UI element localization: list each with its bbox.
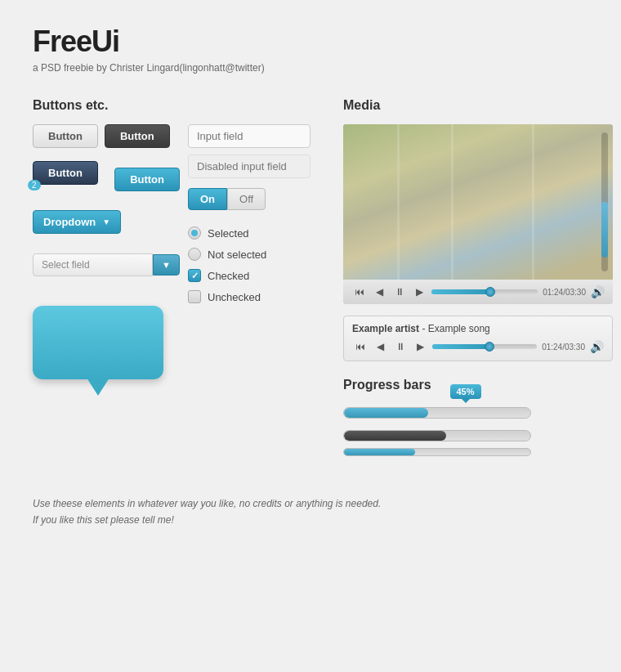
audio-volume-icon[interactable]: 🔊 — [590, 340, 604, 353]
btn-row-1: Button Button — [33, 124, 180, 148]
checkbox-checked-item[interactable]: ✓ Checked — [188, 269, 310, 282]
select-input-text[interactable]: Select field — [33, 253, 153, 276]
progress-bar-2-fill — [344, 431, 446, 441]
audio-progress-thumb — [485, 342, 494, 352]
right-column: Media ⏮ ◀ ⏸ ▶ — [343, 98, 613, 463]
audio-controls: ⏮ ◀ ⏸ ▶ 01:24/03:30 🔊 — [352, 339, 604, 354]
radio-selected-outer — [188, 226, 201, 240]
video-thumbnail — [343, 124, 613, 280]
radio-selected-label: Selected — [208, 227, 249, 240]
video-progress-track[interactable] — [431, 289, 538, 294]
audio-player: Example artist - Example song ⏮ ◀ ⏸ ▶ 01… — [343, 316, 613, 361]
page-subtitle: a PSD freebie by Christer Lingard(lingon… — [33, 62, 588, 74]
audio-progress-fill — [432, 344, 489, 349]
page-header: FreeUi a PSD freebie by Christer Lingard… — [33, 25, 588, 74]
progress-bar-2-container — [343, 430, 613, 441]
audio-time-display: 01:24/03:30 — [542, 343, 585, 352]
select-arrow-button[interactable]: ▼ — [153, 254, 180, 276]
audio-next-button[interactable]: ▶ — [413, 339, 427, 354]
audio-artist: Example artist — [352, 323, 419, 334]
button-dark-blue[interactable]: Button — [33, 161, 98, 185]
dropdown-label: Dropdown — [43, 216, 96, 228]
progress-bar-2-track[interactable] — [343, 430, 531, 441]
progress-tooltip: 45% — [450, 384, 481, 399]
badge-count: 2 — [28, 180, 41, 190]
radio-selected-inner — [191, 230, 198, 236]
right-controls: On Off Selected Not selec — [188, 124, 310, 311]
video-prev-button[interactable]: ◀ — [373, 284, 386, 299]
video-container: ⏮ ◀ ⏸ ▶ 01:24/03:30 🔊 — [343, 124, 613, 304]
progress-bar-3-fill — [344, 449, 415, 455]
video-volume-icon[interactable]: 🔊 — [591, 285, 605, 298]
button-light[interactable]: Button — [33, 124, 98, 148]
left-column: Buttons etc. Button Button Button 2 — [33, 98, 310, 463]
toggle-on-button[interactable]: On — [188, 188, 227, 210]
buttons-section-title: Buttons etc. — [33, 98, 310, 113]
dropdown-button[interactable]: Dropdown ▼ — [33, 210, 121, 234]
video-next-button[interactable]: ▶ — [413, 284, 427, 299]
progress-bar-1-container: 45% — [343, 407, 613, 419]
audio-skip-back-button[interactable]: ⏮ — [352, 339, 369, 354]
footer-note: Use theese elements in whatever way you … — [33, 495, 588, 529]
input-field[interactable] — [188, 124, 310, 148]
checkmark-icon: ✓ — [191, 271, 199, 281]
audio-progress-track[interactable] — [432, 344, 537, 349]
footer-line-1: Use theese elements in whatever way you … — [33, 495, 588, 512]
speech-bubble — [33, 306, 163, 379]
btn-row-3: Dropdown ▼ — [33, 210, 180, 234]
audio-prev-button[interactable]: ◀ — [373, 339, 387, 354]
dropdown-arrow-icon: ▼ — [102, 217, 110, 226]
select-field: Select field ▼ — [33, 253, 180, 276]
audio-dash: - — [422, 323, 427, 334]
toggle-row: On Off — [188, 188, 310, 210]
main-layout: Buttons etc. Button Button Button 2 — [33, 98, 588, 463]
button-dark[interactable]: Button — [105, 124, 170, 148]
page-title: FreeUi — [33, 25, 588, 59]
speech-bubble-container — [33, 306, 180, 379]
toggle-off-button[interactable]: Off — [227, 188, 266, 210]
audio-play-pause-button[interactable]: ⏸ — [392, 339, 409, 354]
input-field-disabled — [188, 155, 310, 178]
radio-not-selected-item[interactable]: Not selected — [188, 248, 310, 261]
checkbox-checked-outer: ✓ — [188, 269, 201, 282]
progress-bar-3-container — [343, 448, 613, 456]
buttons-section: Buttons etc. Button Button Button 2 — [33, 98, 310, 379]
checkbox-unchecked-label: Unchecked — [208, 291, 261, 303]
progress-bars-section: Progress bars 45% — [343, 378, 613, 456]
footer-line-2: If you like this set please tell me! — [33, 512, 588, 528]
controls-row: Button Button Button 2 Button — [33, 124, 310, 379]
audio-title: Example artist - Example song — [352, 323, 604, 334]
progress-bar-1-track[interactable] — [343, 407, 531, 419]
radio-not-selected-label: Not selected — [208, 249, 266, 261]
video-progress-thumb — [485, 287, 495, 297]
video-scroll-thumb — [601, 202, 608, 258]
radio-selected-item[interactable]: Selected — [188, 226, 310, 240]
button-blue[interactable]: Button — [114, 168, 180, 191]
video-progress-fill — [431, 289, 490, 294]
video-player-controls: ⏮ ◀ ⏸ ▶ 01:24/03:30 🔊 — [343, 280, 613, 304]
checkbox-unchecked-item[interactable]: Unchecked — [188, 290, 310, 303]
checkbox-unchecked-outer — [188, 290, 201, 303]
options-list: Selected Not selected ✓ Checked — [188, 226, 310, 311]
button-dark-blue-wrapper: Button 2 — [33, 161, 108, 197]
audio-song: Example song — [428, 323, 490, 334]
radio-not-selected-outer — [188, 248, 201, 261]
checkbox-checked-label: Checked — [208, 270, 249, 282]
video-skip-back-button[interactable]: ⏮ — [351, 284, 368, 299]
video-time-display: 01:24/03:30 — [543, 288, 586, 297]
btn-row-2: Button 2 Button — [33, 161, 180, 197]
video-play-pause-button[interactable]: ⏸ — [391, 284, 408, 299]
progress-bar-3-track[interactable] — [343, 448, 531, 456]
media-section-title: Media — [343, 98, 613, 113]
left-controls: Button Button Button 2 Button — [33, 124, 180, 379]
btn-row-4: Select field ▼ — [33, 247, 180, 276]
video-scrollbar[interactable] — [601, 132, 608, 271]
progress-bar-1-fill — [344, 408, 428, 418]
